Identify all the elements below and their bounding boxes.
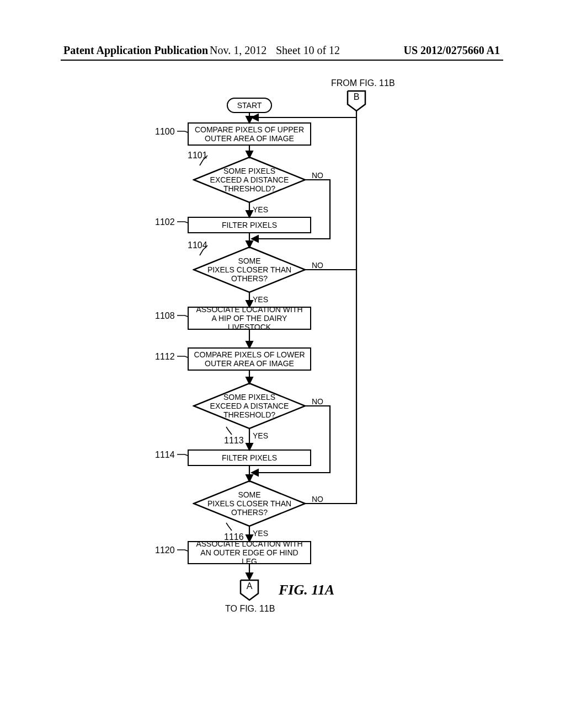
decision-1101-l3: THRESHOLD? (223, 184, 275, 193)
decision-1116-l3: OTHERS? (231, 508, 268, 517)
branch-1101-no: NO (312, 171, 323, 180)
process-1102: FILTER PIXELS (188, 217, 311, 233)
process-1112: COMPARE PIXELS OF LOWER OUTER AREA OF IM… (188, 347, 311, 371)
branch-1101-yes: YES (253, 205, 268, 214)
decision-1116-l1: SOME (238, 490, 260, 499)
ref-1108: 1108 (155, 311, 175, 321)
header-docnumber: US 2012/0275660 A1 (404, 44, 500, 57)
to-fig-label: TO FIG. 11B (225, 604, 275, 614)
decision-1104-l3: OTHERS? (231, 274, 268, 283)
process-1120-text: ASSOCIATE LOCATION WITH AN OUTER EDGE OF… (193, 539, 306, 566)
start-terminator: START (227, 98, 272, 113)
header-date: Nov. 1, 2012 (210, 44, 266, 57)
offpage-connector-b: B (347, 90, 366, 112)
process-1114-text: FILTER PIXELS (222, 453, 277, 462)
decision-1104-l2: PIXELS CLOSER THAN (207, 265, 291, 274)
process-1114: FILTER PIXELS (188, 449, 311, 466)
page: Patent Application Publication Nov. 1, 2… (0, 0, 565, 728)
offpage-connector-a: A (239, 579, 259, 601)
offpage-b-label: B (347, 92, 366, 102)
process-1108: ASSOCIATE LOCATION WITH A HIP OF THE DAI… (188, 307, 311, 330)
decision-1113-l1: SOME PIXELS (223, 393, 275, 402)
branch-1116-yes: YES (253, 529, 268, 538)
offpage-a-label: A (239, 581, 259, 591)
process-1120: ASSOCIATE LOCATION WITH AN OUTER EDGE OF… (188, 541, 311, 564)
decision-1101: SOME PIXELS EXCEED A DISTANCE THRESHOLD? (193, 156, 306, 204)
ref-1112: 1112 (155, 352, 175, 362)
process-1102-text: FILTER PIXELS (222, 221, 277, 229)
decision-1116: SOME PIXELS CLOSER THAN OTHERS? (193, 480, 306, 527)
process-1108-text: ASSOCIATE LOCATION WITH A HIP OF THE DAI… (193, 305, 306, 331)
decision-1113: SOME PIXELS EXCEED A DISTANCE THRESHOLD? (193, 382, 306, 430)
start-text: START (237, 101, 262, 110)
decision-1104-l1: SOME (238, 256, 260, 265)
ref-1104: 1104 (188, 240, 207, 250)
branch-1104-no: NO (312, 261, 323, 270)
process-1100-text: COMPARE PIXELS OF UPPER OUTER AREA OF IM… (193, 125, 306, 143)
ref-1102: 1102 (155, 217, 175, 227)
decision-1116-l2: PIXELS CLOSER THAN (207, 499, 291, 508)
process-1112-text: COMPARE PIXELS OF LOWER OUTER AREA OF IM… (193, 350, 306, 368)
ref-1101: 1101 (188, 151, 207, 160)
branch-1104-yes: YES (253, 295, 268, 304)
process-1100: COMPARE PIXELS OF UPPER OUTER AREA OF IM… (188, 122, 311, 146)
header-sheet: Sheet 10 of 12 (276, 44, 340, 57)
ref-1114: 1114 (155, 450, 175, 460)
decision-1104: SOME PIXELS CLOSER THAN OTHERS? (193, 246, 306, 293)
ref-1113: 1113 (224, 436, 244, 446)
from-fig-label: FROM FIG. 11B (331, 78, 395, 88)
branch-1113-yes: YES (253, 431, 268, 440)
branch-1116-no: NO (312, 495, 323, 504)
decision-1113-l3: THRESHOLD? (223, 410, 275, 419)
header-publication: Patent Application Publication (63, 44, 208, 57)
decision-1101-l1: SOME PIXELS (223, 167, 275, 175)
decision-1101-l2: EXCEED A DISTANCE (210, 175, 289, 184)
figure-label: FIG. 11A (279, 582, 334, 598)
ref-1100: 1100 (155, 127, 175, 137)
branch-1113-no: NO (312, 397, 323, 406)
header-rule (61, 60, 503, 61)
decision-1113-l2: EXCEED A DISTANCE (210, 402, 289, 410)
ref-1120: 1120 (155, 545, 175, 555)
